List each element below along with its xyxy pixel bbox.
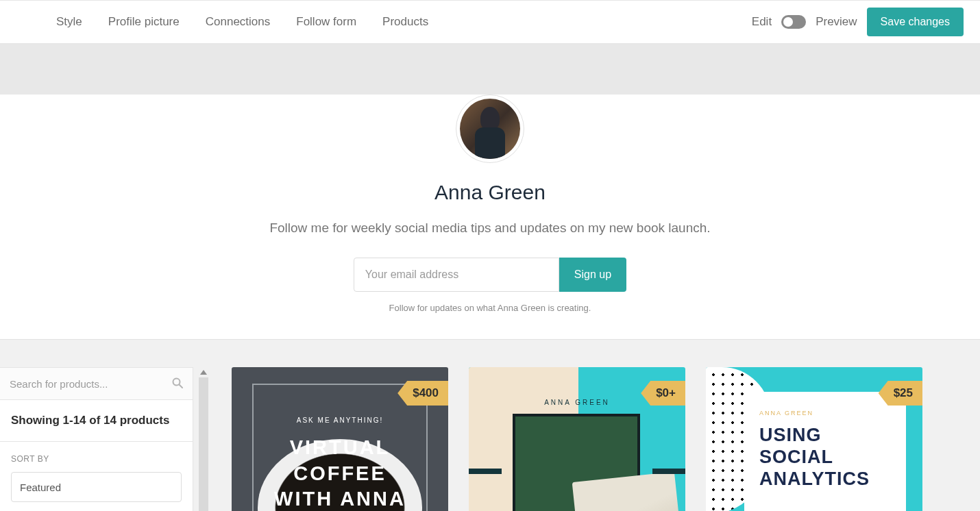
product-count: Showing 1-14 of 14 products <box>0 400 193 442</box>
products-grid: ASK ME ANYTHING! VIRTUAL COFFEE WITH ANN… <box>214 367 980 511</box>
decorative-stripe <box>652 469 685 474</box>
scroll-track[interactable] <box>199 377 208 511</box>
price-tag: $400 <box>397 381 448 406</box>
title-line: ANALYTICS <box>759 469 891 490</box>
avatar-image <box>460 99 520 159</box>
edit-preview-toggle[interactable] <box>781 15 806 29</box>
card-subhead: ASK ME ANYTHING! <box>232 416 448 424</box>
product-search-input[interactable] <box>0 368 193 399</box>
scroll-up-icon[interactable] <box>200 370 207 375</box>
profile-section: Anna Green Follow me for weekly social m… <box>0 95 980 340</box>
profile-name: Anna Green <box>0 181 980 204</box>
svg-line-1 <box>180 385 183 388</box>
sort-label: SORT BY <box>11 454 182 464</box>
decorative-stripe <box>469 469 502 474</box>
card-text: ASK ME ANYTHING! VIRTUAL COFFEE WITH ANN… <box>232 416 448 511</box>
product-card[interactable]: ANNA GREEN $0+ <box>469 367 685 511</box>
toggle-knob <box>783 17 793 27</box>
product-search-wrap <box>0 368 193 400</box>
nav-products[interactable]: Products <box>382 15 428 29</box>
writing-hand-graphic <box>572 471 683 511</box>
card-photo <box>513 414 640 511</box>
follow-note: Follow for updates on what Anna Green is… <box>0 303 980 313</box>
products-sidebar: Showing 1-14 of 14 products SORT BY Feat… <box>0 367 193 511</box>
title-line: WITH ANNA <box>232 486 448 511</box>
avatar-container[interactable] <box>456 95 524 163</box>
title-line: SOCIAL <box>759 447 891 469</box>
title-line: USING <box>759 425 891 447</box>
email-input[interactable] <box>354 258 559 292</box>
save-changes-button[interactable]: Save changes <box>867 8 964 36</box>
edit-label: Edit <box>752 15 772 29</box>
product-card[interactable]: ANNA GREEN USING SOCIAL ANALYTICS $25 <box>706 367 922 511</box>
nav-style[interactable]: Style <box>56 15 82 29</box>
nav-follow-form[interactable]: Follow form <box>296 15 356 29</box>
card-title: VIRTUAL COFFEE WITH ANNA <box>232 435 448 511</box>
card-author: ANNA GREEN <box>759 410 891 416</box>
follow-form: Sign up <box>0 258 980 292</box>
products-area: Showing 1-14 of 14 products SORT BY Feat… <box>0 340 980 511</box>
title-line: VIRTUAL <box>232 435 448 461</box>
topbar-nav: Style Profile picture Connections Follow… <box>56 15 752 29</box>
nav-connections[interactable]: Connections <box>206 15 271 29</box>
sort-select[interactable]: Featured <box>11 472 182 502</box>
sort-section: SORT BY Featured <box>0 442 193 502</box>
profile-tagline: Follow me for weekly social media tips a… <box>0 221 980 236</box>
topbar-right: Edit Preview Save changes <box>752 8 964 36</box>
product-card[interactable]: ASK ME ANYTHING! VIRTUAL COFFEE WITH ANN… <box>232 367 448 511</box>
scroll-gutter <box>193 367 214 511</box>
editor-topbar: Style Profile picture Connections Follow… <box>0 0 980 44</box>
nav-profile-picture[interactable]: Profile picture <box>108 15 180 29</box>
search-icon <box>172 377 183 391</box>
signup-button[interactable]: Sign up <box>559 258 626 292</box>
sort-value: Featured <box>20 482 61 493</box>
card-title: USING SOCIAL ANALYTICS <box>759 425 891 490</box>
title-line: COFFEE <box>232 461 448 487</box>
preview-label: Preview <box>816 15 857 29</box>
card-panel: ANNA GREEN USING SOCIAL ANALYTICS <box>744 392 906 511</box>
